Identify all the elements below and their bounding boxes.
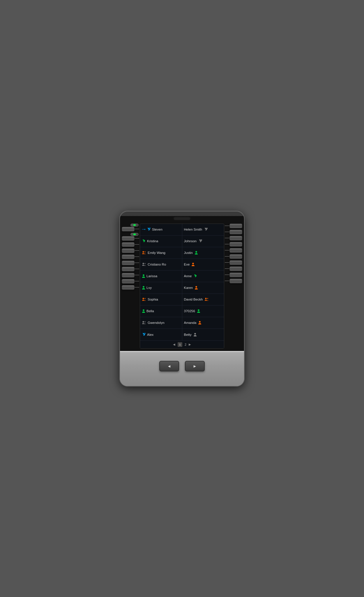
contact-name-right-2: Johnson <box>184 239 197 243</box>
svg-point-15 <box>143 321 144 323</box>
contact-row-1: ⭢️ Steven Helen Smith <box>140 224 224 236</box>
contact-right-4[interactable]: Eve <box>182 259 224 270</box>
contact-row-5: Larissa Anne <box>140 271 224 282</box>
contact-row-9: Gwendolyn Amanda <box>140 317 224 329</box>
contact-right-6[interactable]: Karen <box>182 282 224 294</box>
contact-left-3[interactable]: Emily Wang <box>140 247 182 259</box>
right-side-buttons <box>225 224 242 283</box>
svg-point-14 <box>198 309 199 311</box>
side-button-left-3[interactable] <box>122 242 135 247</box>
contact-left-5[interactable]: Larissa <box>140 271 182 282</box>
contact-row-10: Alex Betty <box>140 329 224 340</box>
call-in-icon-2 <box>142 239 146 243</box>
page-1[interactable]: 1 <box>178 342 182 347</box>
speaker-grill <box>173 216 191 220</box>
side-button-right-10[interactable] <box>229 279 242 283</box>
nav-next-button[interactable]: ► <box>185 361 205 371</box>
pagination-bar: ◀ 1 2 ▶ <box>140 340 224 348</box>
side-button-left-5[interactable] <box>122 254 135 259</box>
person-pair-orange-icon-3 <box>142 251 146 255</box>
nav-prev-button[interactable]: ◄ <box>159 361 179 371</box>
contact-name-right-5: Anne <box>184 274 192 278</box>
contact-left-2[interactable]: Kristina <box>140 236 182 247</box>
connector-1-left <box>135 229 139 229</box>
led-1-left <box>130 224 139 226</box>
contact-right-10[interactable]: Betty <box>182 329 224 340</box>
contact-name-left-9: Gwendolyn <box>148 321 165 324</box>
side-button-left-4[interactable] <box>122 248 135 253</box>
side-button-right-9[interactable] <box>229 273 242 277</box>
svg-point-1 <box>144 251 146 252</box>
contact-name-right-7: David Beckh <box>184 298 203 301</box>
person-orange-icon-4 <box>191 262 195 266</box>
page-prev-arrow[interactable]: ◀ <box>173 343 175 346</box>
contact-name-left-1: Steven <box>152 228 162 231</box>
contact-name-right-6: Karen <box>184 286 193 289</box>
svg-point-9 <box>143 298 144 299</box>
contact-left-6[interactable]: Lvy <box>140 282 182 294</box>
side-button-left-9[interactable] <box>122 279 135 284</box>
person-orange-icon-9r <box>198 321 202 325</box>
side-button-right-4[interactable] <box>229 242 242 247</box>
side-button-right-8[interactable] <box>229 266 242 271</box>
divider-line <box>120 351 244 352</box>
contact-right-2[interactable]: Johnson <box>182 236 224 247</box>
contact-name-right-3: Justin <box>184 251 193 254</box>
contact-row-2: Kristina Johnson <box>140 236 224 247</box>
person-green-icon-6 <box>142 286 145 290</box>
svg-point-2 <box>195 251 197 253</box>
side-button-left-7[interactable] <box>122 267 135 271</box>
led-2-left <box>130 233 139 236</box>
contact-left-7[interactable]: Sophia <box>140 294 182 305</box>
contact-name-left-6: Lvy <box>146 286 152 289</box>
svg-point-5 <box>192 263 194 264</box>
page-next-arrow[interactable]: ▶ <box>189 343 191 346</box>
person-pair-orange-icon-7r <box>204 297 209 301</box>
svg-point-3 <box>143 263 144 264</box>
call-active-icon-10 <box>142 333 146 337</box>
side-button-left-6[interactable] <box>122 261 135 265</box>
side-button-left-8[interactable] <box>122 273 135 278</box>
side-button-right-6[interactable] <box>229 254 242 259</box>
contact-left-10[interactable]: Alex <box>140 329 182 340</box>
svg-point-18 <box>194 333 196 335</box>
contact-name-right-4: Eve <box>184 263 190 266</box>
left-side-buttons <box>122 224 139 290</box>
contact-name-right-1: Helen Smith <box>184 228 202 231</box>
person-green-icon-8 <box>142 309 145 313</box>
device-bottom: ◄ ► <box>120 352 244 386</box>
contact-right-8[interactable]: 370256 <box>182 305 224 317</box>
contact-left-9[interactable]: Gwendolyn <box>140 317 182 329</box>
contact-right-9[interactable]: Amanda <box>182 317 224 329</box>
connector-2-left <box>135 238 139 238</box>
side-button-right-2[interactable] <box>229 230 242 234</box>
side-button-left-1[interactable] <box>122 227 135 231</box>
svg-point-8 <box>195 286 197 288</box>
contact-right-1[interactable]: Helen Smith <box>182 224 224 235</box>
call-active-icon-1 <box>147 227 151 231</box>
svg-point-12 <box>207 298 208 299</box>
contact-name-left-5: Larissa <box>146 274 157 278</box>
contact-row-6: Lvy Karen <box>140 282 224 294</box>
contact-right-7[interactable]: David Beckh <box>182 294 224 305</box>
side-button-left-10[interactable] <box>122 285 135 290</box>
side-button-right-1[interactable] <box>229 224 242 228</box>
nav-prev-arrow: ◄ <box>167 364 171 368</box>
contact-right-3[interactable]: Justin <box>182 247 224 259</box>
side-button-right-3[interactable] <box>229 236 242 240</box>
side-button-right-5[interactable] <box>229 248 242 253</box>
contact-row-7: Sophia David Beckh <box>140 294 224 305</box>
person-gray-icon-10r <box>193 333 197 337</box>
contact-name-right-10: Betty <box>184 333 192 336</box>
contact-name-left-8: Bella <box>146 309 154 313</box>
person-pair-gray-icon-4 <box>142 262 146 266</box>
side-button-right-7[interactable] <box>229 260 242 265</box>
contact-right-5[interactable]: Anne <box>182 271 224 282</box>
contact-left-1[interactable]: ⭢️ Steven <box>140 224 182 235</box>
side-button-left-2[interactable] <box>122 236 135 241</box>
contact-left-8[interactable]: Bella <box>140 305 182 317</box>
person-green-icon-3 <box>195 251 198 255</box>
contact-left-4[interactable]: Cristiano Ro <box>140 259 182 270</box>
page-2[interactable]: 2 <box>185 343 186 346</box>
screen: ⭢️ Steven Helen Smith <box>140 224 224 349</box>
